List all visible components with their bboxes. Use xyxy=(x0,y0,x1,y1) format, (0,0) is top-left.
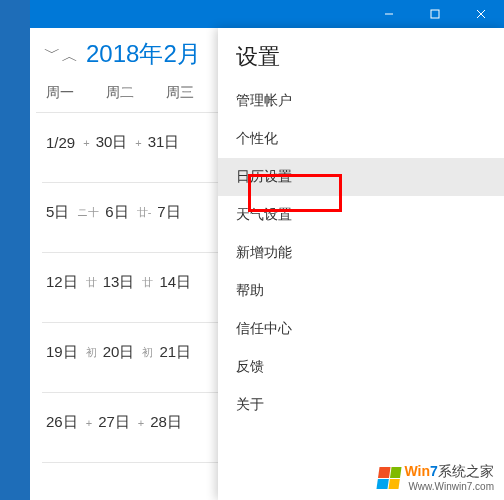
watermark-brand: 7 xyxy=(430,463,438,479)
maximize-icon xyxy=(430,9,440,19)
lunar-label: 廿 xyxy=(142,275,153,290)
date-cell[interactable]: 20日 xyxy=(103,343,135,362)
month-title[interactable]: 2018年2月 xyxy=(86,38,201,70)
date-cell[interactable]: 5日 xyxy=(46,203,69,222)
date-cell[interactable]: 13日 xyxy=(103,273,135,292)
close-button[interactable] xyxy=(458,0,504,28)
close-icon xyxy=(476,9,486,19)
date-cell[interactable]: 1/29 xyxy=(46,134,75,151)
date-cell[interactable]: 27日 xyxy=(98,413,130,432)
lunar-label: + xyxy=(83,137,89,149)
prev-month-button[interactable]: 〉 xyxy=(40,46,61,62)
maximize-button[interactable] xyxy=(412,0,458,28)
date-cell[interactable]: 12日 xyxy=(46,273,78,292)
weekday-label: 周二 xyxy=(106,84,142,102)
settings-item-weather-settings[interactable]: 天气设置 xyxy=(218,196,504,234)
date-cell[interactable]: 7日 xyxy=(157,203,180,222)
date-cell[interactable]: 30日 xyxy=(96,133,128,152)
calendar-window: 〉 〉 2018年2月 周一 周二 周三 1/29+ 30日+ 31日 xyxy=(30,0,504,500)
month-nav: 〉 〉 xyxy=(42,44,78,65)
date-cell[interactable]: 31日 xyxy=(148,133,180,152)
watermark-brand: Win xyxy=(404,463,430,479)
lunar-label: ニ十 xyxy=(77,205,99,220)
date-cell[interactable]: 19日 xyxy=(46,343,78,362)
lunar-label: + xyxy=(135,137,141,149)
settings-item-trust-center[interactable]: 信任中心 xyxy=(218,310,504,348)
lunar-label: 廿- xyxy=(137,205,152,220)
lunar-label: + xyxy=(86,417,92,429)
settings-title: 设置 xyxy=(218,28,504,82)
weekday-label: 周三 xyxy=(166,84,202,102)
windows-logo-icon xyxy=(377,467,402,489)
date-cell[interactable]: 6日 xyxy=(105,203,128,222)
minimize-button[interactable] xyxy=(366,0,412,28)
window-titlebar xyxy=(30,0,504,28)
watermark-url: Www.Winwin7.com xyxy=(408,481,494,492)
watermark-brand: 系统之家 xyxy=(438,463,494,479)
settings-item-calendar-settings[interactable]: 日历设置 xyxy=(218,158,504,196)
settings-item-personalization[interactable]: 个性化 xyxy=(218,120,504,158)
date-cell[interactable]: 26日 xyxy=(46,413,78,432)
settings-item-manage-accounts[interactable]: 管理帐户 xyxy=(218,82,504,120)
date-cell[interactable]: 21日 xyxy=(159,343,191,362)
lunar-label: + xyxy=(138,417,144,429)
next-month-button[interactable]: 〉 xyxy=(60,46,81,62)
settings-item-help[interactable]: 帮助 xyxy=(218,272,504,310)
lunar-label: 初 xyxy=(142,345,153,360)
date-cell[interactable]: 14日 xyxy=(159,273,191,292)
date-cell[interactable]: 28日 xyxy=(150,413,182,432)
lunar-label: 初 xyxy=(86,345,97,360)
weekday-label: 周一 xyxy=(46,84,82,102)
watermark: Win7系统之家 Www.Winwin7.com xyxy=(374,461,498,494)
settings-flyout: 设置 管理帐户 个性化 日历设置 天气设置 新增功能 帮助 信任中心 反馈 关于 xyxy=(218,28,504,500)
settings-item-feedback[interactable]: 反馈 xyxy=(218,348,504,386)
settings-item-whats-new[interactable]: 新增功能 xyxy=(218,234,504,272)
app-root: ﹀ 日 4 11 18 25 〉 〉 xyxy=(0,0,504,500)
settings-item-about[interactable]: 关于 xyxy=(218,386,504,424)
minimize-icon xyxy=(384,9,394,19)
svg-rect-1 xyxy=(431,10,439,18)
lunar-label: 廿 xyxy=(86,275,97,290)
